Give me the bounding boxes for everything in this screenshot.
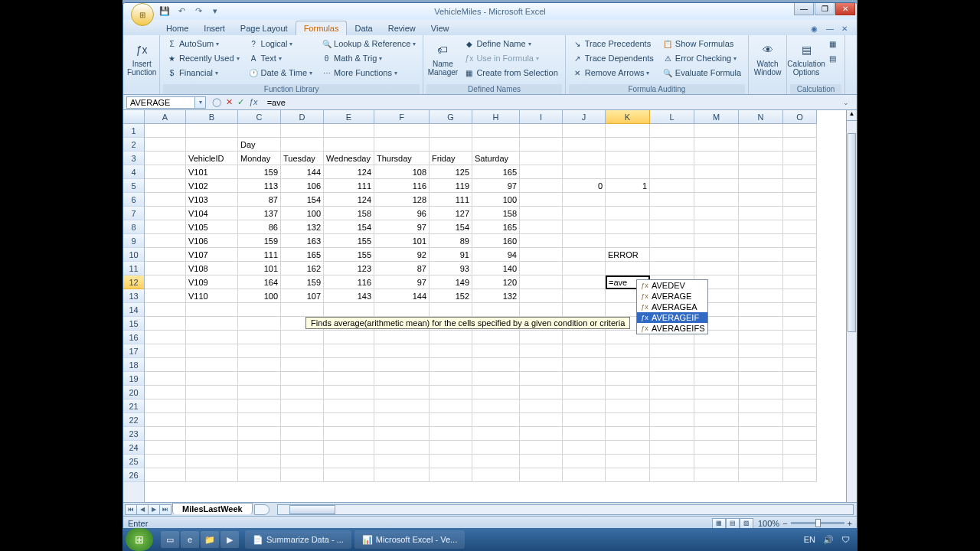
tab-insert[interactable]: Insert bbox=[196, 21, 233, 35]
cell[interactable]: 163 bbox=[281, 234, 324, 248]
cell[interactable] bbox=[606, 358, 650, 372]
row-header[interactable]: 5 bbox=[123, 179, 144, 193]
cell[interactable] bbox=[650, 179, 694, 193]
row-header[interactable]: 26 bbox=[123, 468, 144, 482]
cell[interactable] bbox=[145, 331, 186, 344]
cell[interactable] bbox=[650, 234, 694, 248]
cell[interactable]: 152 bbox=[430, 289, 472, 303]
cell[interactable] bbox=[783, 344, 817, 358]
cell[interactable] bbox=[281, 441, 324, 455]
cell[interactable] bbox=[563, 193, 606, 207]
taskbar-app-1[interactable]: 📄Summarize Data - ... bbox=[245, 530, 351, 549]
cell[interactable]: 111 bbox=[324, 179, 374, 193]
ribbon-minimize-icon[interactable]: — bbox=[826, 24, 837, 35]
cell[interactable] bbox=[520, 468, 563, 482]
cell[interactable] bbox=[145, 220, 186, 234]
cell[interactable] bbox=[430, 124, 472, 138]
cell[interactable] bbox=[739, 386, 783, 399]
cell[interactable] bbox=[324, 138, 374, 152]
cell[interactable] bbox=[281, 468, 324, 482]
trace-precedents-button[interactable]: ↘Trace Precedents bbox=[569, 37, 658, 51]
cell[interactable]: V103 bbox=[186, 193, 238, 207]
cell[interactable]: VehicleID bbox=[186, 152, 238, 165]
col-header-O[interactable]: O bbox=[783, 110, 817, 124]
cell[interactable] bbox=[520, 234, 563, 248]
cell[interactable] bbox=[739, 220, 783, 234]
cell[interactable]: 101 bbox=[238, 262, 281, 276]
cell[interactable] bbox=[783, 234, 817, 248]
tab-home[interactable]: Home bbox=[158, 21, 196, 35]
row-header[interactable]: 4 bbox=[123, 165, 144, 179]
cell[interactable] bbox=[472, 372, 520, 386]
cell[interactable] bbox=[145, 248, 186, 262]
col-header-J[interactable]: J bbox=[563, 110, 606, 124]
cell[interactable] bbox=[694, 138, 739, 152]
cell[interactable] bbox=[430, 468, 472, 482]
cell[interactable] bbox=[739, 124, 783, 138]
cell[interactable]: 92 bbox=[374, 248, 430, 262]
cell[interactable] bbox=[650, 138, 694, 152]
zoom-out-icon[interactable]: − bbox=[782, 519, 787, 528]
cell[interactable] bbox=[186, 399, 238, 413]
circle-icon[interactable]: ◯ bbox=[212, 97, 221, 107]
tray-shield-icon[interactable]: 🛡 bbox=[841, 535, 850, 544]
cell[interactable] bbox=[563, 455, 606, 468]
cell[interactable] bbox=[324, 386, 374, 399]
cell[interactable]: 159 bbox=[238, 165, 281, 179]
cell[interactable] bbox=[563, 399, 606, 413]
cell[interactable] bbox=[694, 234, 739, 248]
cell[interactable] bbox=[606, 427, 650, 441]
cell[interactable] bbox=[472, 468, 520, 482]
cell[interactable] bbox=[430, 344, 472, 358]
autocomplete-item[interactable]: ƒxAVERAGEIFS bbox=[637, 323, 707, 334]
cell[interactable] bbox=[238, 455, 281, 468]
cell[interactable]: 96 bbox=[374, 207, 430, 220]
cell[interactable] bbox=[694, 386, 739, 399]
row-header[interactable]: 12 bbox=[123, 276, 144, 289]
cell[interactable] bbox=[472, 124, 520, 138]
col-header-E[interactable]: E bbox=[324, 110, 374, 124]
cell[interactable]: Wednesday bbox=[324, 152, 374, 165]
cell[interactable]: 159 bbox=[281, 276, 324, 289]
cell[interactable] bbox=[563, 468, 606, 482]
watch-window-button[interactable]: 👁 Watch Window bbox=[752, 37, 783, 81]
cell[interactable] bbox=[472, 386, 520, 399]
undo-icon[interactable]: ↶ bbox=[175, 5, 188, 17]
cell[interactable] bbox=[606, 220, 650, 234]
sheet-nav-prev[interactable]: ◀ bbox=[136, 504, 149, 515]
cell[interactable]: 120 bbox=[472, 276, 520, 289]
cell[interactable]: 101 bbox=[374, 234, 430, 248]
tray-lang[interactable]: EN bbox=[804, 535, 815, 544]
cell[interactable]: 143 bbox=[324, 289, 374, 303]
cell[interactable] bbox=[238, 399, 281, 413]
cell[interactable] bbox=[739, 262, 783, 276]
cell[interactable] bbox=[324, 344, 374, 358]
cell[interactable] bbox=[650, 193, 694, 207]
autocomplete-item[interactable]: ƒxAVERAGEIF bbox=[637, 312, 707, 323]
col-header-L[interactable]: L bbox=[650, 110, 694, 124]
cell[interactable] bbox=[238, 358, 281, 372]
cell[interactable] bbox=[281, 427, 324, 441]
cell[interactable]: 111 bbox=[430, 193, 472, 207]
show-desktop-icon[interactable]: ▭ bbox=[161, 531, 179, 548]
row-header[interactable]: 8 bbox=[123, 220, 144, 234]
cell[interactable] bbox=[694, 344, 739, 358]
cell[interactable] bbox=[145, 344, 186, 358]
cell[interactable] bbox=[783, 248, 817, 262]
cell[interactable]: 87 bbox=[374, 262, 430, 276]
zoom-slider[interactable] bbox=[791, 522, 844, 524]
autocomplete-item[interactable]: ƒxAVEDEV bbox=[637, 280, 707, 291]
cell[interactable] bbox=[145, 276, 186, 289]
cell[interactable] bbox=[145, 124, 186, 138]
cell[interactable] bbox=[520, 386, 563, 399]
cell[interactable] bbox=[606, 386, 650, 399]
cell[interactable]: 111 bbox=[238, 248, 281, 262]
text-button[interactable]: AText bbox=[245, 51, 317, 65]
remove-arrows-button[interactable]: ✕Remove Arrows bbox=[569, 66, 658, 80]
cell[interactable] bbox=[145, 317, 186, 331]
cell[interactable] bbox=[606, 455, 650, 468]
help-icon[interactable]: ◉ bbox=[811, 24, 822, 35]
cell[interactable]: 154 bbox=[324, 220, 374, 234]
start-button[interactable]: ⊞ bbox=[126, 528, 153, 551]
cell[interactable] bbox=[281, 386, 324, 399]
